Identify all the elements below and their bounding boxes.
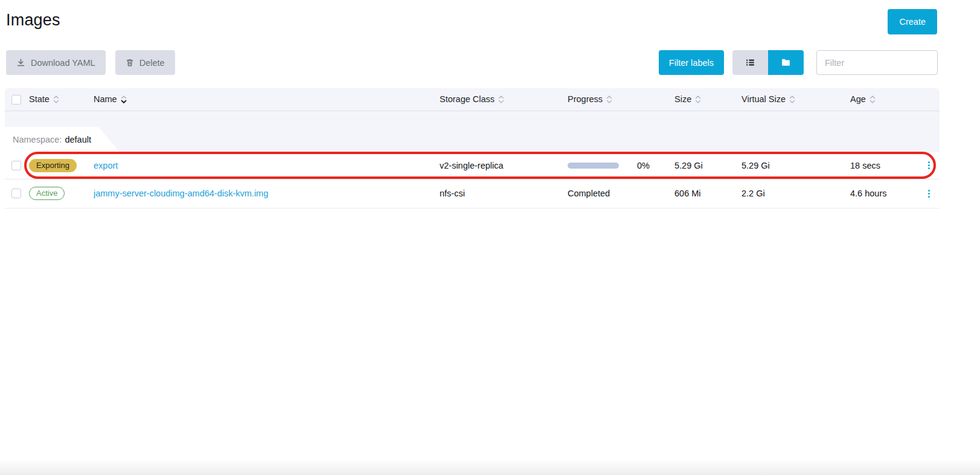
images-table: State Name Storage Class Progress Size bbox=[5, 88, 940, 208]
age-value: 4.6 hours bbox=[850, 189, 886, 198]
column-header-age[interactable]: Age bbox=[850, 88, 918, 111]
image-name-link[interactable]: jammy-server-cloudimg-amd64-disk-kvm.img bbox=[94, 189, 268, 198]
namespace-group-tab: Namespace: default bbox=[5, 127, 120, 152]
filter-input[interactable] bbox=[816, 50, 938, 75]
table-header-row: State Name Storage Class Progress Size bbox=[5, 88, 940, 111]
row-actions-kebab-icon[interactable] bbox=[918, 161, 940, 169]
virtual-size-value: 2.2 Gi bbox=[741, 189, 765, 198]
size-value: 606 Mi bbox=[674, 189, 701, 198]
sort-icon bbox=[870, 96, 876, 106]
table-row-export: Exporting export v2-single-replica 0% 5.… bbox=[5, 152, 940, 179]
image-name-link[interactable]: export bbox=[94, 161, 118, 170]
sort-icon bbox=[498, 96, 504, 106]
create-button[interactable]: Create bbox=[888, 9, 937, 34]
download-icon bbox=[16, 58, 25, 67]
status-badge-active: Active bbox=[29, 187, 65, 200]
namespace-group-label: Namespace: bbox=[13, 135, 62, 144]
sort-icon bbox=[606, 96, 612, 106]
sort-icon bbox=[53, 96, 59, 106]
folder-view-icon bbox=[781, 57, 791, 68]
progress-status-text: Completed bbox=[568, 189, 610, 198]
create-button-label: Create bbox=[899, 17, 926, 27]
size-value: 5.29 Gi bbox=[674, 161, 703, 170]
column-header-name[interactable]: Name bbox=[94, 88, 440, 111]
namespace-group-value: default bbox=[65, 135, 91, 144]
view-mode-toggle bbox=[732, 50, 804, 75]
sort-icon bbox=[695, 96, 701, 106]
delete-button[interactable]: Delete bbox=[115, 50, 175, 75]
age-value: 18 secs bbox=[850, 161, 880, 170]
bulk-actions-toolbar: Download YAML Delete bbox=[6, 50, 175, 75]
column-header-virtual-size[interactable]: Virtual Size bbox=[741, 88, 850, 111]
column-header-progress[interactable]: Progress bbox=[568, 88, 674, 111]
delete-label: Delete bbox=[139, 58, 165, 68]
filter-labels-button[interactable]: Filter labels bbox=[659, 50, 724, 75]
storage-class-value: v2-single-replica bbox=[440, 161, 504, 170]
storage-class-value: nfs-csi bbox=[440, 189, 465, 198]
column-header-state[interactable]: State bbox=[29, 88, 94, 111]
row-checkbox[interactable] bbox=[11, 189, 21, 198]
select-all-checkbox[interactable] bbox=[11, 95, 21, 105]
progress-bar bbox=[568, 163, 619, 169]
list-view-button[interactable] bbox=[732, 50, 768, 75]
sort-icon-active-desc bbox=[121, 96, 127, 106]
row-actions-kebab-icon[interactable] bbox=[918, 190, 940, 198]
download-yaml-button[interactable]: Download YAML bbox=[6, 50, 106, 75]
column-header-storage-class[interactable]: Storage Class bbox=[440, 88, 568, 111]
table-row-jammy-image: Active jammy-server-cloudimg-amd64-disk-… bbox=[5, 179, 940, 208]
filter-toolbar: Filter labels bbox=[659, 50, 938, 75]
progress-percent: 0% bbox=[637, 161, 650, 170]
trash-icon bbox=[126, 58, 134, 67]
column-header-size[interactable]: Size bbox=[674, 88, 741, 111]
row-checkbox[interactable] bbox=[11, 161, 21, 170]
page-bottom-fade bbox=[0, 459, 980, 475]
grouped-view-button[interactable] bbox=[768, 50, 804, 75]
page-title: Images bbox=[6, 11, 60, 30]
sort-icon bbox=[789, 96, 795, 106]
list-view-icon bbox=[745, 57, 755, 68]
status-badge-exporting: Exporting bbox=[29, 159, 77, 172]
namespace-group-header: Namespace: default bbox=[5, 111, 940, 152]
download-yaml-label: Download YAML bbox=[31, 58, 95, 68]
images-page: Images Create Download YAML Delete Filte… bbox=[0, 0, 980, 475]
virtual-size-value: 5.29 Gi bbox=[741, 161, 770, 170]
filter-labels-label: Filter labels bbox=[669, 58, 714, 68]
